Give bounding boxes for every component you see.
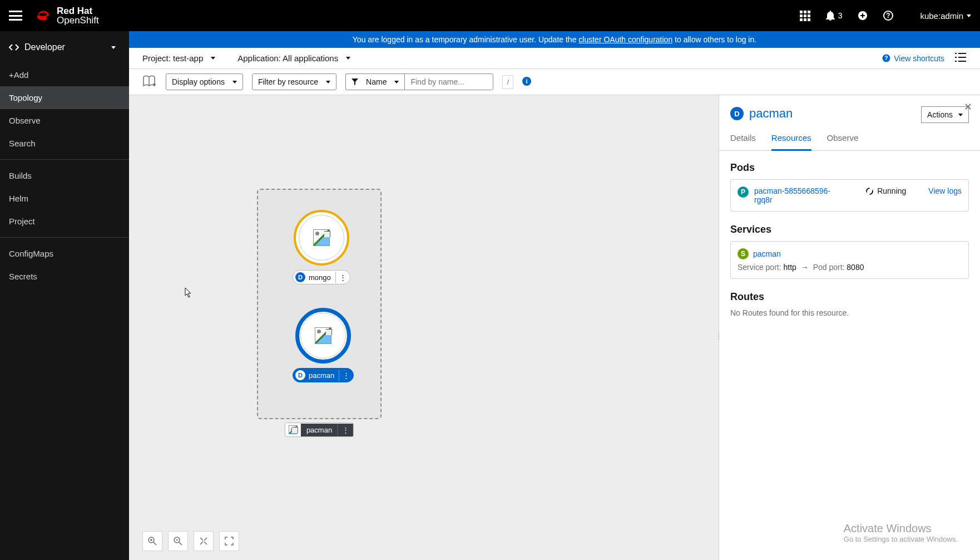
code-icon bbox=[9, 43, 19, 52]
info-banner: You are logged in as a temporary adminis… bbox=[129, 31, 980, 48]
pod-card: P pacman-5855668596-rgq8r Running View l… bbox=[730, 179, 969, 212]
caret-down-icon bbox=[394, 81, 399, 83]
menu-toggle[interactable] bbox=[9, 11, 22, 21]
find-input[interactable] bbox=[404, 73, 493, 90]
kebab-menu[interactable]: ⋮ bbox=[339, 370, 353, 381]
pod-port-label: Pod port: bbox=[813, 263, 847, 272]
service-link[interactable]: pacman bbox=[753, 249, 781, 258]
resource-name: pacman bbox=[749, 106, 793, 121]
app-launcher[interactable] bbox=[800, 11, 810, 21]
arrow-icon: → bbox=[801, 263, 809, 272]
nav-item-add[interactable]: +Add bbox=[0, 63, 129, 86]
tab-details[interactable]: Details bbox=[730, 133, 756, 150]
redhat-icon bbox=[36, 10, 51, 21]
keyboard-shortcut-hint: / bbox=[502, 75, 513, 89]
filter-by-resource[interactable]: Filter by resource bbox=[252, 73, 336, 90]
nav-item-builds[interactable]: Builds bbox=[0, 164, 129, 187]
caret-down-icon bbox=[111, 46, 116, 49]
shortcuts-label: View shortcuts bbox=[894, 54, 944, 63]
kebab-menu[interactable]: ⋮ bbox=[335, 272, 350, 283]
view-shortcuts[interactable]: ? View shortcuts bbox=[882, 54, 944, 63]
nav-item-topology[interactable]: Topology bbox=[0, 86, 129, 109]
services-heading: Services bbox=[730, 224, 969, 235]
zoom-out-button[interactable] bbox=[168, 531, 188, 551]
node-label[interactable]: D pacman ⋮ bbox=[293, 368, 354, 382]
caret-down-icon bbox=[326, 81, 330, 83]
banner-link[interactable]: cluster OAuth configuration bbox=[578, 35, 672, 44]
svg-text:?: ? bbox=[885, 55, 888, 61]
topology-canvas[interactable]: D mongo ⋮ D pacman ⋮ pacman ⋮ bbox=[129, 95, 719, 560]
application-group[interactable]: D mongo ⋮ D pacman ⋮ bbox=[257, 189, 382, 419]
caret-down-icon bbox=[211, 57, 215, 60]
view-logs-link[interactable]: View logs bbox=[928, 186, 962, 195]
name-filter-type[interactable]: Name bbox=[345, 73, 404, 90]
caret-down-icon bbox=[958, 114, 963, 116]
main-content: You are logged in as a temporary adminis… bbox=[129, 31, 980, 560]
book-icon bbox=[142, 75, 157, 88]
question-circle-icon: ? bbox=[883, 11, 893, 21]
caret-down-icon bbox=[967, 14, 971, 17]
application-group-label[interactable]: pacman ⋮ bbox=[285, 423, 354, 437]
username: kube:admin bbox=[920, 11, 963, 21]
nav-item-project[interactable]: Project bbox=[0, 210, 129, 233]
list-icon bbox=[954, 52, 967, 62]
application-label: Application: All applications bbox=[237, 53, 338, 63]
user-menu[interactable]: kube:admin bbox=[920, 11, 971, 21]
nav-item-observe[interactable]: Observe bbox=[0, 109, 129, 132]
bell-icon bbox=[826, 11, 835, 21]
application-selector[interactable]: Application: All applications bbox=[237, 53, 350, 63]
brand[interactable]: Red Hat OpenShift bbox=[36, 6, 99, 25]
nav-separator bbox=[0, 159, 129, 160]
deployment-badge: D bbox=[730, 107, 744, 120]
sync-icon bbox=[865, 187, 874, 195]
filter-icon bbox=[352, 78, 358, 85]
notification-count: 3 bbox=[838, 11, 843, 20]
perspective-switcher[interactable]: Developer bbox=[0, 31, 129, 63]
info-button[interactable]: i bbox=[522, 77, 531, 87]
tab-observe[interactable]: Observe bbox=[827, 133, 859, 150]
name-filter-label: Name bbox=[366, 77, 387, 86]
service-badge: S bbox=[738, 248, 749, 259]
nav-item-helm[interactable]: Helm bbox=[0, 187, 129, 210]
help-button[interactable]: ? bbox=[883, 11, 893, 21]
nav-item-configmaps[interactable]: ConfigMaps bbox=[0, 242, 129, 265]
display-options[interactable]: Display options bbox=[166, 73, 243, 90]
group-name: pacman bbox=[301, 424, 338, 436]
details-panel: ⋮ ✕ D pacman Actions DetailsResourcesObs… bbox=[719, 95, 980, 560]
pod-link[interactable]: pacman-5855668596-rgq8r bbox=[754, 186, 838, 204]
nav-item-search[interactable]: Search bbox=[0, 132, 129, 155]
notifications[interactable]: 3 bbox=[826, 11, 843, 21]
cursor-icon bbox=[185, 287, 192, 298]
routes-heading: Routes bbox=[730, 291, 969, 303]
resize-handle[interactable]: ⋮ bbox=[716, 328, 721, 345]
panel-title[interactable]: D pacman bbox=[730, 106, 921, 121]
node-name: mongo bbox=[309, 272, 335, 283]
view-toggle[interactable] bbox=[954, 52, 967, 64]
zoom-in-button[interactable] bbox=[142, 531, 162, 551]
project-selector[interactable]: Project: test-app bbox=[142, 53, 215, 63]
nav-item-secrets[interactable]: Secrets bbox=[0, 265, 129, 288]
service-port-value: http bbox=[783, 263, 796, 272]
routes-empty-text: No Routes found for this resource. bbox=[730, 308, 969, 317]
actions-dropdown[interactable]: Actions bbox=[921, 106, 969, 123]
banner-text-post: to allow others to log in. bbox=[672, 35, 756, 44]
reset-view-button[interactable] bbox=[219, 531, 239, 551]
deployment-node-mongo[interactable]: D mongo ⋮ bbox=[293, 210, 350, 284]
topology-layout-icon[interactable] bbox=[142, 75, 157, 90]
toolbar: Display options Filter by resource Name … bbox=[129, 69, 980, 95]
deployment-node-pacman[interactable]: D pacman ⋮ bbox=[293, 308, 354, 382]
info-circle-icon: i bbox=[522, 77, 531, 86]
close-panel-button[interactable]: ✕ bbox=[964, 101, 972, 113]
banner-text-pre: You are logged in as a temporary adminis… bbox=[353, 35, 579, 44]
fit-to-screen-button[interactable] bbox=[194, 531, 214, 551]
context-bar: Project: test-app Application: All appli… bbox=[129, 48, 980, 69]
kebab-menu[interactable]: ⋮ bbox=[338, 424, 353, 436]
node-name: pacman bbox=[309, 370, 339, 381]
pods-heading: Pods bbox=[730, 162, 969, 174]
tab-resources[interactable]: Resources bbox=[771, 133, 811, 151]
node-label[interactable]: D mongo ⋮ bbox=[293, 270, 350, 284]
deployment-badge: D bbox=[295, 370, 305, 380]
nav-separator bbox=[0, 237, 129, 238]
import-button[interactable] bbox=[858, 11, 868, 21]
masthead: Red Hat OpenShift 3 ? kube:admin bbox=[0, 0, 980, 31]
